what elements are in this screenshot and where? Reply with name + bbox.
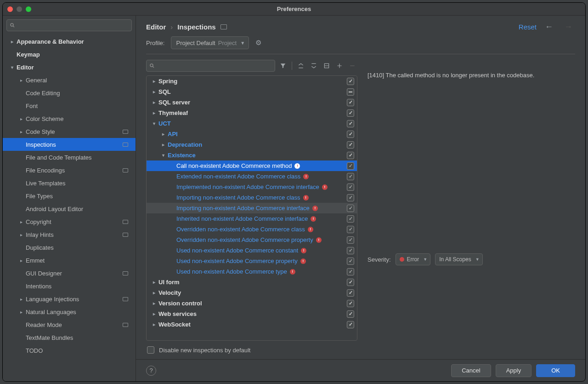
- sidebar-item[interactable]: Live Templates: [3, 177, 136, 189]
- inspection-item[interactable]: Overridden non-existent Adobe Commerce c…: [147, 224, 357, 235]
- inspections-search-input[interactable]: [146, 60, 275, 72]
- inspection-group[interactable]: ▸Deprecation: [147, 139, 357, 150]
- add-icon[interactable]: [334, 61, 345, 71]
- sidebar-item[interactable]: ▸General: [3, 74, 136, 86]
- inspection-group[interactable]: ▸Thymeleaf: [147, 108, 357, 118]
- search-icon: [149, 63, 155, 69]
- inspection-checkbox[interactable]: [347, 215, 354, 223]
- sidebar-item[interactable]: Inspections: [3, 138, 136, 151]
- inspection-group[interactable]: ▸WebSocket: [147, 319, 357, 330]
- collapse-all-icon[interactable]: [309, 61, 319, 71]
- inspection-item[interactable]: Call non-existent Adobe Commerce method!: [147, 160, 357, 171]
- inspection-checkbox[interactable]: [347, 205, 354, 212]
- inspection-checkbox[interactable]: [347, 300, 354, 307]
- sidebar-item[interactable]: File and Code Templates: [3, 151, 136, 164]
- sidebar-item[interactable]: Keymap: [3, 48, 136, 61]
- expand-all-icon[interactable]: [296, 61, 306, 71]
- sidebar-item[interactable]: ▸Copyright: [3, 215, 136, 228]
- apply-button[interactable]: Apply: [496, 364, 532, 377]
- inspection-checkbox[interactable]: [347, 310, 354, 318]
- sidebar-item[interactable]: Intentions: [3, 280, 136, 292]
- inspection-checkbox[interactable]: [347, 88, 354, 96]
- error-mark-icon: !: [290, 269, 295, 275]
- reset-button[interactable]: Reset: [519, 23, 537, 31]
- settings-sidebar: ▸Appearance & BehaviorKeymap▾Editor▸Gene…: [3, 16, 136, 381]
- inspection-item[interactable]: Implemented non-existent Adobe Commerce …: [147, 182, 357, 192]
- profile-select[interactable]: Project DefaultProject▼: [171, 36, 249, 49]
- sidebar-tree[interactable]: ▸Appearance & BehaviorKeymap▾Editor▸Gene…: [3, 35, 136, 381]
- help-button[interactable]: ?: [146, 366, 156, 376]
- inspection-checkbox[interactable]: [347, 279, 354, 286]
- sidebar-item[interactable]: Code Editing: [3, 86, 136, 99]
- forward-button: →: [561, 22, 575, 32]
- disable-new-checkbox[interactable]: [147, 346, 154, 354]
- gear-icon[interactable]: ⚙: [255, 39, 261, 47]
- inspection-group[interactable]: ▸SQL: [147, 86, 357, 97]
- inspection-checkbox[interactable]: [347, 120, 354, 127]
- inspection-checkbox[interactable]: [347, 183, 354, 191]
- error-mark-icon: !: [311, 216, 316, 222]
- sidebar-item[interactable]: Android Layout Editor: [3, 202, 136, 215]
- inspection-item[interactable]: Used non-existent Adobe Commerce type!: [147, 266, 357, 277]
- inspection-group[interactable]: ▸Version control: [147, 298, 357, 309]
- sidebar-item[interactable]: TODO: [3, 344, 136, 357]
- sidebar-item[interactable]: ▸Emmet: [3, 254, 136, 267]
- inspection-checkbox[interactable]: [347, 258, 354, 265]
- inspection-checkbox[interactable]: [347, 131, 354, 138]
- inspection-group[interactable]: ▸Web services: [147, 309, 357, 319]
- inspection-checkbox[interactable]: [347, 109, 354, 117]
- inspection-group[interactable]: ▸UI form: [147, 277, 357, 287]
- svg-line-1: [13, 26, 14, 27]
- inspection-checkbox[interactable]: [347, 236, 354, 244]
- sidebar-item[interactable]: TextMate Bundles: [3, 331, 136, 344]
- ok-button[interactable]: OK: [536, 364, 575, 377]
- inspection-checkbox[interactable]: [347, 268, 354, 275]
- inspection-checkbox[interactable]: [347, 247, 354, 254]
- inspection-item[interactable]: Used non-existent Adobe Commerce propert…: [147, 256, 357, 266]
- sidebar-search-input[interactable]: [6, 19, 132, 31]
- inspection-checkbox[interactable]: [347, 226, 354, 233]
- sidebar-item[interactable]: ▸Appearance & Behavior: [3, 35, 136, 48]
- sidebar-item[interactable]: ▾Editor: [3, 61, 136, 74]
- sidebar-item[interactable]: File Encodings: [3, 164, 136, 177]
- sidebar-item[interactable]: ▸Natural Languages: [3, 305, 136, 318]
- inspection-group[interactable]: ▾UCT: [147, 118, 357, 129]
- inspection-checkbox[interactable]: [347, 321, 354, 328]
- inspection-checkbox[interactable]: [347, 289, 354, 297]
- inspection-item[interactable]: Inherited non-existent Adobe Commerce in…: [147, 213, 357, 224]
- inspection-item[interactable]: Overridden non-existent Adobe Commerce p…: [147, 235, 357, 245]
- sidebar-item[interactable]: Font: [3, 99, 136, 112]
- inspection-item[interactable]: Extended non-existent Adobe Commerce cla…: [147, 171, 357, 182]
- sidebar-item[interactable]: ▸Inlay Hints: [3, 228, 136, 241]
- sidebar-item[interactable]: ▸Color Scheme: [3, 112, 136, 125]
- inspection-checkbox[interactable]: [347, 194, 354, 201]
- inspection-group[interactable]: ▸SQL server: [147, 97, 357, 108]
- sidebar-item[interactable]: ▸Language Injections: [3, 292, 136, 305]
- inspection-checkbox[interactable]: [347, 152, 354, 159]
- inspection-group[interactable]: ▸API: [147, 129, 357, 139]
- filter-icon[interactable]: [278, 61, 288, 71]
- sidebar-item[interactable]: Reader Mode: [3, 318, 136, 331]
- sidebar-item[interactable]: ▸Code Style: [3, 125, 136, 138]
- sidebar-item[interactable]: Duplicates: [3, 241, 136, 254]
- inspections-tree[interactable]: ▸Spring▸SQL▸SQL server▸Thymeleaf▾UCT▸API…: [146, 75, 357, 341]
- inspection-item[interactable]: Importing non-existent Adobe Commerce in…: [147, 203, 357, 213]
- back-button[interactable]: ←: [542, 22, 556, 32]
- inspection-group[interactable]: ▸Spring: [147, 76, 357, 86]
- severity-select[interactable]: Error▼: [396, 253, 431, 265]
- inspection-item[interactable]: Importing non-existent Adobe Commerce cl…: [147, 192, 357, 203]
- inspection-item[interactable]: Used non-existent Adobe Commerce constan…: [147, 245, 357, 256]
- scope-select[interactable]: In All Scopes▼: [435, 253, 482, 265]
- inspection-checkbox[interactable]: [347, 99, 354, 106]
- inspection-group[interactable]: ▾Existence: [147, 150, 357, 160]
- inspection-checkbox[interactable]: [347, 162, 354, 170]
- inspection-checkbox[interactable]: [347, 78, 354, 85]
- inspection-group[interactable]: ▸Velocity: [147, 287, 357, 298]
- inspection-checkbox[interactable]: [347, 141, 354, 149]
- sidebar-item[interactable]: GUI Designer: [3, 267, 136, 280]
- cancel-button[interactable]: Cancel: [451, 364, 491, 377]
- inspection-checkbox[interactable]: [347, 173, 354, 180]
- sidebar-item[interactable]: File Types: [3, 189, 136, 202]
- reset-tree-icon[interactable]: [322, 61, 332, 71]
- remove-icon[interactable]: [347, 61, 357, 71]
